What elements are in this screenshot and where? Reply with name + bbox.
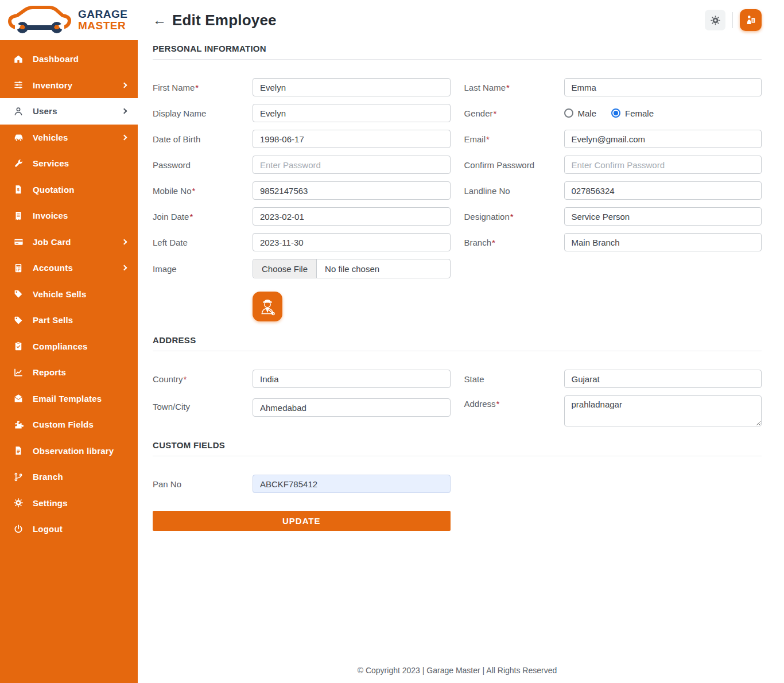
field-last-name: Last Name* (464, 78, 762, 96)
sidebar-item-reports[interactable]: Reports (0, 359, 138, 386)
landline-no-input[interactable] (564, 181, 762, 200)
header-divider (732, 12, 733, 28)
country-input[interactable] (253, 370, 451, 388)
sidebar-item-dashboard[interactable]: Dashboard (0, 46, 138, 72)
wrench-icon (13, 158, 24, 169)
sidebar-item-services[interactable]: Services (0, 150, 138, 177)
field-mobile-no: Mobile No* (153, 181, 451, 200)
town-city-input[interactable] (253, 398, 451, 417)
mechanic-icon (257, 296, 278, 317)
chevron-right-icon (122, 239, 127, 245)
sidebar-item-vehicles[interactable]: Vehicles (0, 125, 138, 151)
brand-name: GARAGE MASTER (78, 9, 127, 32)
field-date-of-birth: Date of Birth (153, 130, 451, 148)
image-file-input[interactable]: Choose File No file chosen (253, 259, 451, 278)
pan-no-input[interactable] (253, 475, 451, 493)
file-lines-icon (13, 445, 24, 456)
chart-line-icon (13, 367, 24, 378)
section-title-address: ADDRESS (153, 335, 762, 351)
email-label: Email (464, 134, 486, 144)
first-name-input[interactable] (253, 78, 451, 96)
required-marker: * (189, 212, 193, 222)
sidebar-item-invoices[interactable]: Invoices (0, 203, 138, 229)
car-icon (13, 132, 24, 143)
sidebar-item-compliances[interactable]: Compliances (0, 333, 138, 360)
sidebar-item-inventory[interactable]: Inventory (0, 72, 138, 99)
required-marker: * (192, 186, 196, 196)
mobile-no-label: Mobile No (153, 186, 192, 196)
sidebar-item-vehicle-sells[interactable]: Vehicle Sells (0, 281, 138, 308)
join-date-label: Join Date (153, 212, 189, 222)
sidebar-item-branch[interactable]: Branch (0, 464, 138, 490)
mobile-no-input[interactable] (253, 181, 451, 200)
brand-line1: GARAGE (78, 9, 127, 20)
last-name-input[interactable] (564, 78, 762, 96)
required-marker: * (496, 399, 500, 409)
sidebar-nav: Dashboard Inventory Users Vehicles Servi… (0, 46, 138, 542)
join-date-input[interactable] (253, 207, 451, 226)
sidebar-item-email-templates[interactable]: Email Templates (0, 386, 138, 412)
state-label: State (464, 374, 564, 384)
file-dollar-icon: $ (13, 184, 24, 195)
sidebar-item-logout[interactable]: Logout (0, 516, 138, 542)
back-arrow-icon[interactable]: ← (153, 13, 166, 27)
employee-icon (744, 14, 757, 26)
confirm-password-input[interactable] (564, 156, 762, 174)
date-of-birth-input[interactable] (253, 130, 451, 148)
gear-icon (13, 498, 24, 508)
confirm-password-label: Confirm Password (464, 160, 564, 170)
choose-file-button[interactable]: Choose File (253, 259, 317, 278)
left-date-label: Left Date (153, 238, 253, 247)
branch-input[interactable] (564, 233, 762, 251)
field-town-city: Town/City (153, 395, 451, 426)
footer-copyright: © Copyright 2023 | Garage Master | All R… (153, 666, 762, 683)
town-city-label: Town/City (153, 402, 253, 412)
field-join-date: Join Date* (153, 207, 451, 226)
section-title-custom-fields: CUSTOM FIELDS (153, 440, 762, 456)
sidebar: GARAGE MASTER Dashboard Inventory Users … (0, 0, 138, 683)
git-branch-icon (13, 472, 24, 482)
clipboard-check-icon (13, 341, 24, 351)
power-icon (13, 524, 24, 534)
sidebar-item-custom-fields[interactable]: Custom Fields (0, 412, 138, 438)
settings-gear-button[interactable] (705, 10, 725, 30)
chevron-right-icon (122, 265, 127, 271)
chevron-right-icon (122, 82, 127, 88)
gender-female-radio[interactable] (611, 108, 620, 118)
sliders-icon (13, 80, 24, 90)
gender-female-label: Female (625, 108, 654, 118)
password-label: Password (153, 160, 253, 170)
sidebar-item-users[interactable]: Users (0, 98, 138, 125)
field-email: Email* (464, 130, 762, 148)
password-input[interactable] (253, 156, 451, 174)
employee-profile-button[interactable] (740, 9, 762, 31)
update-button[interactable]: UPDATE (153, 511, 451, 531)
section-title-personal: PERSONAL INFORMATION (153, 44, 762, 60)
sidebar-item-observation-library[interactable]: Observation library (0, 438, 138, 464)
gender-radio-group: Male Female (564, 108, 762, 118)
sidebar-item-quotation[interactable]: $ Quotation (0, 177, 138, 203)
display-name-input[interactable] (253, 104, 451, 122)
field-country: Country* (153, 370, 451, 388)
gender-male-radio[interactable] (564, 108, 573, 118)
card-icon (13, 236, 24, 247)
designation-input[interactable] (564, 207, 762, 226)
address-textarea[interactable]: prahladnagar (564, 395, 762, 426)
gender-male-label: Male (578, 108, 597, 118)
sidebar-item-part-sells[interactable]: Part Sells (0, 307, 138, 333)
field-image: Image Choose File No file chosen (153, 259, 451, 278)
sidebar-item-job-card[interactable]: Job Card (0, 229, 138, 255)
brand-line2: MASTER (78, 20, 127, 32)
brand-logo[interactable]: GARAGE MASTER (0, 0, 138, 40)
first-name-label: First Name (153, 83, 195, 92)
left-date-input[interactable] (253, 233, 451, 251)
required-marker: * (506, 83, 510, 92)
calculator-icon (13, 263, 24, 273)
sidebar-item-settings[interactable]: Settings (0, 490, 138, 517)
field-pan-no: Pan No (153, 475, 451, 493)
chevron-right-icon (122, 108, 127, 114)
sidebar-item-accounts[interactable]: Accounts (0, 255, 138, 281)
designation-label: Designation (464, 212, 510, 222)
state-input[interactable] (564, 370, 762, 388)
email-input[interactable] (564, 130, 762, 148)
